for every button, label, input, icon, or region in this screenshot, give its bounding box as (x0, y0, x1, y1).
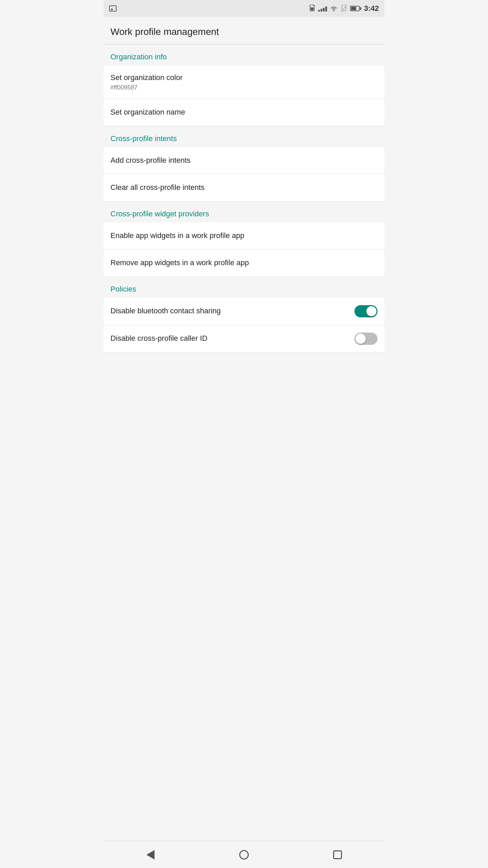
disable-cross-profile-caller-id-toggle[interactable] (354, 333, 378, 345)
section-policies-header: Policies (110, 285, 136, 293)
main-content: Work profile management Organization inf… (104, 17, 384, 383)
item-disable-cross-profile-caller-id-text: Disable cross-profile caller ID (110, 334, 354, 343)
item-disable-bluetooth-contact-sharing-text: Disable bluetooth contact sharing (110, 306, 354, 316)
disable-cross-profile-caller-id-title: Disable cross-profile caller ID (110, 334, 354, 343)
remove-app-widgets-title: Remove app widgets in a work profile app (110, 258, 378, 268)
add-cross-profile-intents-title: Add cross-profile intents (110, 156, 378, 165)
item-set-organization-name-text: Set organization name (110, 107, 378, 117)
section-cross-profile-intents-header: Cross-profile intents (110, 134, 177, 143)
page-title: Work profile management (110, 26, 378, 37)
disable-bluetooth-contact-sharing-title: Disable bluetooth contact sharing (110, 306, 354, 316)
item-add-cross-profile-intents[interactable]: Add cross-profile intents (104, 147, 384, 174)
enable-app-widgets-title: Enable app widgets in a work profile app (110, 231, 378, 241)
section-policies: Policies (104, 277, 384, 298)
battery-icon (350, 6, 361, 11)
item-remove-app-widgets[interactable]: Remove app widgets in a work profile app (104, 250, 384, 277)
section-organization-info-header: Organization info (110, 53, 167, 61)
toggle-knob-bluetooth (366, 306, 377, 316)
item-set-organization-color[interactable]: Set organization color #ff009587 (104, 65, 384, 99)
disable-bluetooth-toggle[interactable] (354, 305, 378, 317)
section-cross-profile-widget-providers-header: Cross-profile widget providers (110, 210, 209, 218)
wifi-icon (330, 5, 338, 12)
clear-all-cross-profile-intents-title: Clear all cross-profile intents (110, 183, 378, 193)
set-organization-color-subtitle: #ff009587 (110, 84, 378, 91)
no-sim-icon (341, 5, 347, 12)
signal-strength-icon (318, 5, 327, 12)
set-organization-color-title: Set organization color (110, 73, 378, 83)
set-organization-name-title: Set organization name (110, 107, 378, 117)
item-disable-bluetooth-contact-sharing[interactable]: Disable bluetooth contact sharing (104, 298, 384, 325)
status-time: 3:42 (364, 4, 379, 13)
page-title-container: Work profile management (104, 17, 384, 44)
section-organization-info: Organization info (104, 44, 384, 65)
item-disable-cross-profile-caller-id[interactable]: Disable cross-profile caller ID (104, 325, 384, 353)
status-bar: 3:42 (104, 0, 384, 17)
svg-point-3 (333, 10, 334, 11)
item-enable-app-widgets[interactable]: Enable app widgets in a work profile app (104, 222, 384, 250)
item-set-organization-color-text: Set organization color #ff009587 (110, 73, 378, 91)
item-clear-all-cross-profile-intents[interactable]: Clear all cross-profile intents (104, 174, 384, 201)
section-cross-profile-widget-providers: Cross-profile widget providers (104, 201, 384, 222)
item-remove-app-widgets-text: Remove app widgets in a work profile app (110, 258, 378, 268)
item-enable-app-widgets-text: Enable app widgets in a work profile app (110, 231, 378, 241)
sim-icon (309, 5, 316, 12)
item-add-cross-profile-intents-text: Add cross-profile intents (110, 156, 378, 165)
status-bar-right: 3:42 (309, 4, 379, 13)
item-set-organization-name[interactable]: Set organization name (104, 99, 384, 126)
gallery-icon (109, 5, 117, 12)
status-bar-left (109, 5, 117, 12)
item-clear-all-cross-profile-intents-text: Clear all cross-profile intents (110, 183, 378, 193)
toggle-knob-caller-id (355, 334, 366, 344)
section-cross-profile-intents: Cross-profile intents (104, 126, 384, 147)
svg-rect-1 (311, 7, 313, 10)
